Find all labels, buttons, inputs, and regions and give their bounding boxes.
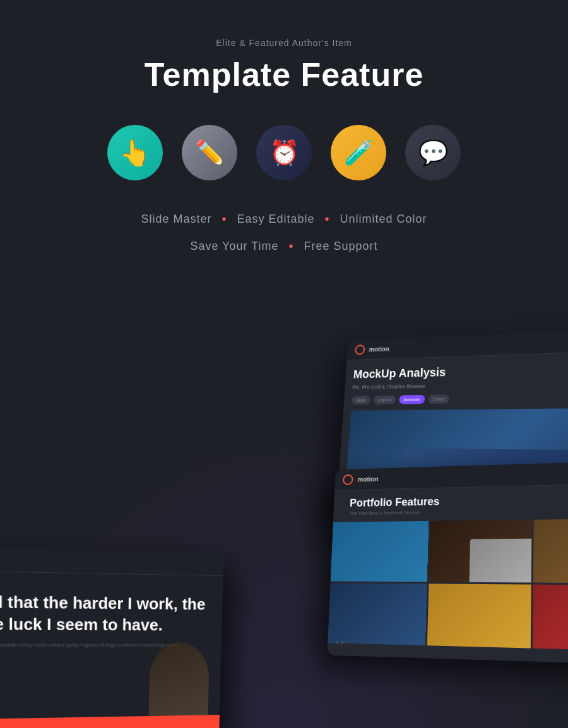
features-row-1: Slide Master • Easy Editable • Unlimited… (0, 212, 568, 226)
tablet-mockup-portfolio: motion Portfolio Features The Your Best … (327, 461, 568, 665)
portfolio-cell-6 (533, 584, 568, 651)
top-section: Elite & Featured Author's Item Template … (0, 0, 568, 254)
feature-free-support: Free Support (304, 240, 378, 253)
portfolio-cell-4 (328, 583, 427, 645)
features-row-2: Save Your Time • Free Support (0, 239, 568, 254)
tab-row-1: Style Layout Animate Chart (352, 391, 568, 404)
mockup-section: motion MockUp Analysis Pic. Pro Grid & T… (0, 331, 568, 728)
feature-save-time: Save Your Time (190, 240, 278, 253)
icons-row: 👆 ✏️ ⏰ 🧪 💬 (0, 125, 568, 180)
portfolio-cell-3 (533, 519, 568, 584)
portfolio-cell-5 (427, 584, 531, 649)
main-title: Template Feature (0, 56, 568, 93)
tablet-header-3: motion (0, 547, 223, 576)
mockup-title-1: MockUp Analysis (353, 360, 568, 381)
dot-1: • (222, 212, 227, 226)
quote-text: I find that the harder I work, the more … (0, 571, 223, 642)
subtitle: Elite & Featured Author's Item (0, 38, 568, 48)
face-silhouette (149, 642, 210, 716)
icon-save-time: ⏰ (256, 125, 312, 180)
page-wrapper: Elite & Featured Author's Item Template … (0, 0, 568, 728)
brand-name-2: motion (357, 475, 379, 483)
dot-2: • (325, 212, 330, 226)
brand-name-1: motion (369, 345, 389, 353)
icon-slide-master: 👆 (107, 125, 163, 180)
tab-animate[interactable]: Animate (399, 395, 425, 404)
tab-chart[interactable]: Chart (429, 394, 450, 404)
brand-logo-2 (343, 474, 353, 484)
portfolio-grid (328, 519, 568, 652)
brand-logo-1 (355, 344, 365, 355)
feature-easy-editable: Easy Editable (237, 213, 314, 226)
nav-arrows-2: ‹ › (336, 637, 344, 647)
dot-3: • (289, 239, 294, 254)
icon-easy-editable: ✏️ (182, 125, 237, 180)
feature-slide-master: Slide Master (141, 213, 211, 226)
portfolio-cell-1 (331, 521, 429, 582)
bottom-bar: TO MESS... (0, 715, 220, 728)
tab-layout[interactable]: Layout (373, 396, 396, 404)
feature-unlimited-color: Unlimited Color (340, 213, 427, 226)
tablet-mockup-quote: motion I find that the harder I work, th… (0, 547, 223, 728)
portfolio-cell-2 (429, 520, 532, 582)
tab-style[interactable]: Style (352, 396, 370, 404)
icon-free-support: 💬 (405, 125, 461, 180)
icon-unlimited-color: 🧪 (331, 125, 386, 180)
